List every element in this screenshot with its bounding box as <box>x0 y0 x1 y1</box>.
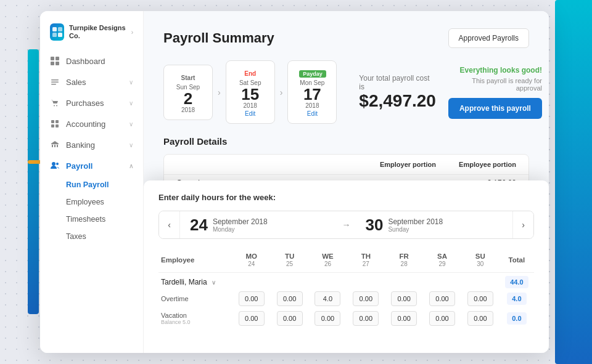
overtime-sa-input[interactable] <box>429 291 455 306</box>
overtime-mo-input[interactable] <box>239 291 265 306</box>
week-start-month: September 2018 <box>213 217 268 226</box>
svg-rect-15 <box>51 124 54 127</box>
vacation-row: Vacation Balance 5.0 0.0 <box>158 309 534 328</box>
period-start-label: Start <box>181 75 195 81</box>
company-logo[interactable]: Turnpike Designs Co. › <box>40 16 143 51</box>
sales-label: Sales <box>66 78 86 87</box>
col-employer: Employer portion <box>356 161 436 168</box>
col-total-header: Total <box>500 250 534 273</box>
company-name: Turnpike Designs Co. <box>69 24 126 40</box>
sidebar-item-payroll[interactable]: Payroll ∧ <box>40 155 143 176</box>
sidebar-item-dashboard[interactable]: Dashboard <box>40 51 143 71</box>
col-tu-header: TU25 <box>271 250 309 273</box>
accounting-icon <box>50 119 60 129</box>
svg-marker-21 <box>51 141 59 144</box>
employees-label: Employees <box>66 198 104 206</box>
purchases-icon <box>50 98 60 108</box>
modal-title: Enter daily hours for the week: <box>158 193 534 202</box>
payroll-chevron-icon: ∧ <box>129 163 133 169</box>
vacation-tu-input[interactable] <box>277 311 303 326</box>
col-fr-header: FR28 <box>385 250 423 273</box>
payroll-icon <box>50 161 60 171</box>
employee-row: Tardelli, Maria ∨ 44.0 <box>158 273 534 289</box>
vacation-balance: Balance 5.0 <box>161 319 230 325</box>
col-sa-header: SA29 <box>423 250 461 273</box>
svg-point-23 <box>56 163 59 165</box>
period-payday-card: Payday Mon Sep 17 2018 Edit <box>287 60 337 124</box>
week-start-block: 24 September 2018 Monday <box>180 212 337 238</box>
svg-point-12 <box>56 105 57 107</box>
sidebar-item-timesheets[interactable]: Timesheets <box>40 211 143 228</box>
svg-rect-3 <box>58 33 62 37</box>
approve-section: Everything looks good! This payroll is r… <box>446 66 545 119</box>
logo-icon <box>50 23 64 41</box>
overtime-row: Overtime 4.0 <box>158 289 534 309</box>
accounting-chevron-icon: ∨ <box>129 121 133 127</box>
sidebar: Turnpike Designs Co. › Dashboard <box>40 11 144 353</box>
overtime-tu-input[interactable] <box>277 291 303 306</box>
week-arrow-icon: → <box>342 220 351 230</box>
timesheet-modal: Enter daily hours for the week: ‹ 24 Sep… <box>144 180 549 353</box>
sidebar-item-banking[interactable]: Banking ∨ <box>40 134 143 155</box>
overtime-su-input[interactable] <box>467 291 493 306</box>
vacation-we-input[interactable] <box>314 311 340 326</box>
run-payroll-label: Run Payroll <box>66 180 109 189</box>
sidebar-item-taxes[interactable]: Taxes <box>40 228 143 245</box>
svg-rect-18 <box>52 145 53 147</box>
period-arrow-icon: › <box>218 87 221 97</box>
week-start-day: Monday <box>213 226 268 233</box>
sidebar-item-employees[interactable]: Employees <box>40 193 143 211</box>
period-payday-edit[interactable]: Edit <box>299 110 325 117</box>
vacation-th-input[interactable] <box>353 311 379 326</box>
content-header: Payroll Summary Approved Payrolls <box>144 11 549 60</box>
overtime-we-input[interactable] <box>314 291 340 306</box>
svg-rect-14 <box>56 120 59 123</box>
period-end-edit[interactable]: Edit <box>237 110 263 117</box>
prev-week-button[interactable]: ‹ <box>159 211 180 238</box>
svg-rect-4 <box>51 57 54 60</box>
svg-point-22 <box>52 162 56 166</box>
svg-rect-8 <box>51 79 59 81</box>
week-end-month: September 2018 <box>388 217 443 226</box>
sidebar-item-run-payroll[interactable]: Run Payroll <box>40 176 143 193</box>
period-end-label: End <box>244 70 256 77</box>
week-end-num: 30 <box>366 216 384 235</box>
period-total-block: Your total payroll cost is $2,497.20 <box>349 74 446 111</box>
svg-rect-0 <box>52 27 57 31</box>
details-title: Payroll Details <box>163 136 529 147</box>
svg-rect-10 <box>51 84 56 85</box>
week-start-num: 24 <box>190 216 208 235</box>
main-card: Turnpike Designs Co. › Dashboard <box>40 11 549 353</box>
overtime-fr-input[interactable] <box>391 291 417 306</box>
svg-rect-17 <box>51 144 59 144</box>
vacation-fr-input[interactable] <box>391 311 417 326</box>
payroll-label: Payroll <box>66 161 92 171</box>
period-start-date: 2 <box>175 91 201 107</box>
period-payday-label: Payday <box>299 70 326 78</box>
approve-btn[interactable]: Approve this payroll <box>448 98 542 119</box>
col-su-header: SU30 <box>461 250 500 273</box>
sidebar-item-purchases[interactable]: Purchases ∨ <box>40 92 143 113</box>
vacation-sa-input[interactable] <box>429 311 455 326</box>
svg-rect-6 <box>51 62 54 65</box>
sidebar-item-sales[interactable]: Sales ∨ <box>40 71 143 92</box>
period-total-label: Your total payroll cost is <box>359 74 436 91</box>
vacation-mo-input[interactable] <box>239 311 265 326</box>
svg-rect-19 <box>54 145 56 147</box>
approved-payrolls-button[interactable]: Approved Payrolls <box>448 28 529 48</box>
employee-expand-icon[interactable]: ∨ <box>212 279 216 286</box>
purchases-label: Purchases <box>66 99 104 108</box>
main-content: Payroll Summary Approved Payrolls Start … <box>144 11 549 353</box>
week-navigator: ‹ 24 September 2018 Monday → 30 Septembe… <box>158 211 534 239</box>
next-week-button[interactable]: › <box>512 211 533 238</box>
banking-icon <box>50 140 60 150</box>
sidebar-item-accounting[interactable]: Accounting ∨ <box>40 113 143 134</box>
svg-rect-1 <box>58 27 62 31</box>
col-we-header: WE26 <box>309 250 347 273</box>
overtime-total: 4.0 <box>507 293 526 305</box>
page-title: Payroll Summary <box>163 30 274 46</box>
overtime-th-input[interactable] <box>353 291 379 306</box>
timesheets-label: Timesheets <box>66 215 105 224</box>
vacation-su-input[interactable] <box>467 311 493 326</box>
week-end-day: Sunday <box>388 226 443 233</box>
